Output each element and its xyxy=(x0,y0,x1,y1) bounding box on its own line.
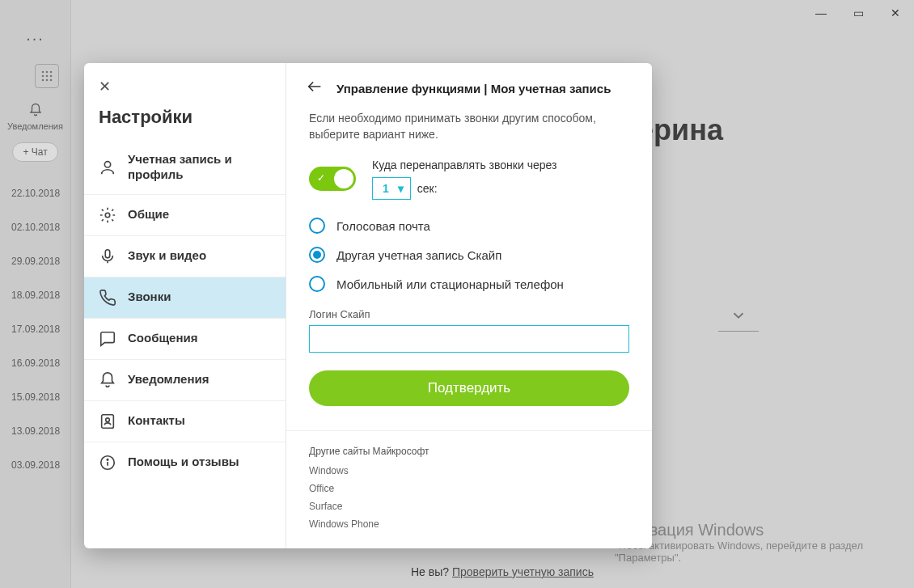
svg-point-10 xyxy=(105,213,110,218)
seconds-select[interactable]: 1 xyxy=(372,177,411,200)
seconds-suffix: сек: xyxy=(417,182,438,195)
settings-content: Управление функциями | Моя учетная запис… xyxy=(286,63,652,548)
microsoft-links-section: Другие сайты Майкрософт Windows Office S… xyxy=(286,430,652,536)
nav-item-messaging[interactable]: Сообщения xyxy=(84,319,286,360)
bell-icon xyxy=(99,371,116,389)
microphone-icon xyxy=(99,247,116,265)
svg-point-16 xyxy=(107,459,108,459)
nav-item-notifications[interactable]: Уведомления xyxy=(84,360,286,401)
nav-label: Звук и видео xyxy=(128,248,206,264)
ms-links-heading: Другие сайты Майкрософт xyxy=(309,446,629,457)
gear-icon xyxy=(99,206,116,224)
nav-item-calling[interactable]: Звонки xyxy=(84,277,286,319)
skype-login-label: Логин Скайп xyxy=(309,308,629,320)
skype-login-input[interactable] xyxy=(309,325,629,353)
ms-link[interactable]: Windows Phone xyxy=(309,518,629,530)
svg-point-9 xyxy=(104,161,110,167)
settings-heading: Настройки xyxy=(84,100,286,141)
window-titlebar: ― ▭ ✕ xyxy=(802,0,914,26)
nav-label: Сообщения xyxy=(128,331,197,346)
radio-icon xyxy=(309,218,325,234)
radio-label: Голосовая почта xyxy=(336,219,430,233)
call-forward-toggle[interactable]: ✓ xyxy=(309,167,356,191)
radio-voicemail[interactable]: Голосовая почта xyxy=(309,218,629,234)
ms-link[interactable]: Office xyxy=(309,483,629,494)
nav-label: Звонки xyxy=(128,290,171,305)
window-close-button[interactable]: ✕ xyxy=(877,0,914,26)
chat-icon xyxy=(99,330,116,348)
nav-item-audio-video[interactable]: Звук и видео xyxy=(84,236,286,277)
content-title: Управление функциями | Моя учетная запис… xyxy=(336,82,611,95)
svg-point-13 xyxy=(106,417,110,421)
back-arrow-icon[interactable] xyxy=(306,78,324,99)
ms-link[interactable]: Windows xyxy=(309,465,629,476)
window-maximize-button[interactable]: ▭ xyxy=(840,0,877,26)
forward-target-radio-group: Голосовая почта Другая учетная запись Ск… xyxy=(309,218,629,292)
radio-label: Мобильный или стационарный телефон xyxy=(336,277,564,291)
radio-label: Другая учетная запись Скайп xyxy=(336,248,501,262)
instruction-text: Если необходимо принимать звонки другим … xyxy=(309,110,629,143)
settings-nav: ✕ Настройки Учетная запись и профиль Общ… xyxy=(84,63,286,548)
svg-rect-11 xyxy=(105,249,110,257)
radio-phone[interactable]: Мобильный или стационарный телефон xyxy=(309,276,629,292)
nav-item-contacts[interactable]: Контакты xyxy=(84,401,286,442)
phone-icon xyxy=(99,289,116,307)
nav-item-general[interactable]: Общие xyxy=(84,195,286,236)
user-icon xyxy=(99,159,116,176)
nav-item-account[interactable]: Учетная запись и профиль xyxy=(84,141,286,195)
ms-link[interactable]: Surface xyxy=(309,501,629,512)
forward-label: Куда перенаправлять звонки через xyxy=(372,158,556,173)
radio-other-skype[interactable]: Другая учетная запись Скайп xyxy=(309,247,629,263)
nav-item-help[interactable]: Помощь и отзывы xyxy=(84,442,286,483)
settings-modal: ✕ Настройки Учетная запись и профиль Общ… xyxy=(84,63,652,548)
close-icon[interactable]: ✕ xyxy=(99,78,111,95)
contacts-icon xyxy=(99,412,116,430)
window-minimize-button[interactable]: ― xyxy=(802,0,840,26)
nav-label: Контакты xyxy=(128,413,185,429)
nav-label: Общие xyxy=(128,207,169,222)
nav-label: Уведомления xyxy=(128,372,209,387)
radio-icon xyxy=(309,247,325,263)
info-icon xyxy=(99,454,116,472)
confirm-button[interactable]: Подтвердить xyxy=(309,370,629,406)
radio-icon xyxy=(309,276,325,292)
nav-label: Учетная запись и профиль xyxy=(128,152,271,183)
nav-label: Помощь и отзывы xyxy=(128,455,239,470)
